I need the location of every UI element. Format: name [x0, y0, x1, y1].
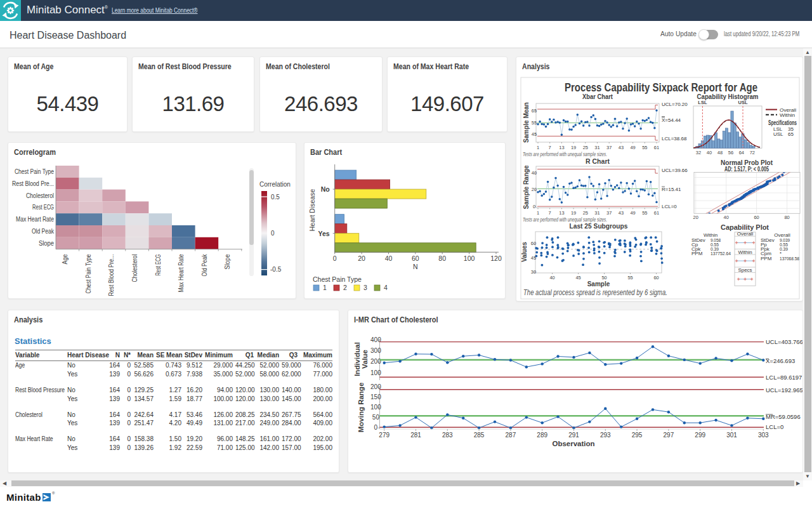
svg-text:0: 0 [374, 424, 378, 431]
svg-text:N: N [413, 263, 418, 270]
svg-text:Capability Plot: Capability Plot [721, 224, 769, 231]
svg-text:32: 32 [696, 150, 701, 155]
svg-text:7: 7 [549, 145, 551, 150]
svg-text:20: 20 [358, 255, 365, 262]
svg-text:Old Peak: Old Peak [32, 228, 55, 235]
svg-text:Values: Values [521, 242, 528, 262]
svg-text:Sample Range: Sample Range [523, 165, 530, 209]
svg-text:61: 61 [654, 210, 659, 216]
svg-text:Rest Blood Pre...: Rest Blood Pre... [108, 255, 115, 296]
svg-text:PPM: PPM [691, 251, 703, 256]
svg-text:40: 40 [549, 275, 554, 281]
svg-text:Value: Value [361, 350, 369, 369]
svg-text:40: 40 [724, 215, 729, 220]
svg-text:55: 55 [642, 210, 647, 216]
svg-text:R Chart: R Chart [586, 158, 610, 165]
svg-text:301: 301 [726, 432, 737, 439]
svg-text:50: 50 [372, 414, 380, 421]
svg-text:80: 80 [784, 215, 789, 220]
svg-text:Correlation: Correlation [259, 181, 291, 188]
svg-text:37: 37 [606, 145, 612, 150]
svg-text:LCL=38.68: LCL=38.68 [662, 136, 687, 142]
svg-text:3: 3 [363, 284, 367, 291]
svg-text:100: 100 [370, 404, 381, 411]
svg-text:0.5: 0.5 [271, 194, 280, 201]
svg-text:Xbar Chart: Xbar Chart [582, 93, 613, 100]
svg-text:285: 285 [474, 432, 485, 439]
svg-text:100: 100 [464, 255, 475, 262]
svg-text:UCL=70.20: UCL=70.20 [662, 102, 688, 107]
svg-text:X=54.44: X=54.44 [662, 117, 681, 123]
svg-text:2: 2 [343, 284, 347, 291]
svg-text:UCL=403.766: UCL=403.766 [766, 338, 802, 345]
svg-text:43: 43 [619, 210, 624, 216]
svg-text:Sample: Sample [587, 281, 610, 288]
svg-text:65: 65 [788, 131, 794, 137]
svg-text:Overall: Overall [737, 231, 754, 237]
svg-text:31: 31 [594, 145, 599, 150]
svg-text:USL: USL [738, 100, 748, 105]
svg-text:Chest Pain Type: Chest Pain Type [15, 168, 54, 175]
svg-text:LCL=0: LCL=0 [662, 204, 677, 209]
svg-text:Sample Mean: Sample Mean [523, 102, 530, 143]
svg-text:Moving Range: Moving Range [357, 383, 365, 433]
svg-text:Process Capability Sixpack Rep: Process Capability Sixpack Report for Ag… [565, 81, 757, 94]
svg-text:Yes: Yes [318, 230, 330, 237]
svg-text:100: 100 [370, 369, 381, 376]
svg-text:299: 299 [695, 432, 705, 439]
svg-text:-0.5: -0.5 [270, 266, 282, 273]
svg-text:USL: USL [773, 131, 783, 137]
svg-text:297: 297 [664, 432, 674, 439]
svg-text:Slope: Slope [225, 254, 232, 269]
svg-text:Heart Disease: Heart Disease [308, 189, 316, 232]
svg-text:49: 49 [630, 210, 635, 216]
svg-text:400: 400 [370, 336, 381, 343]
svg-text:0: 0 [271, 230, 275, 237]
svg-text:R=15.41: R=15.41 [662, 187, 681, 192]
svg-text:20: 20 [693, 215, 698, 220]
svg-text:Tests are performed with unequ: Tests are performed with unequal sample … [523, 216, 607, 223]
svg-text:Specs: Specs [738, 267, 752, 273]
svg-text:No: No [321, 185, 330, 193]
svg-text:120: 120 [490, 255, 502, 262]
svg-text:40: 40 [707, 150, 712, 155]
svg-text:295: 295 [632, 432, 643, 439]
svg-text:UCL=39.66: UCL=39.66 [662, 168, 688, 173]
svg-text:60: 60 [754, 215, 759, 220]
svg-text:X=246.693: X=246.693 [766, 357, 795, 364]
svg-text:Rest ECG: Rest ECG [155, 254, 162, 275]
svg-text:287: 287 [506, 432, 516, 439]
svg-text:Chest Pain Type: Chest Pain Type [313, 275, 362, 283]
svg-text:45: 45 [575, 275, 580, 281]
svg-text:55: 55 [627, 275, 632, 281]
svg-text:4: 4 [384, 284, 388, 291]
svg-text:Rest ECG: Rest ECG [32, 204, 54, 211]
svg-text:Tests are performed with unequ: Tests are performed with unequal sample … [523, 150, 607, 157]
svg-text:Individual: Individual [353, 342, 361, 376]
svg-text:279: 279 [379, 432, 390, 439]
svg-text:1: 1 [323, 284, 327, 291]
svg-text:LCL=89.6197: LCL=89.6197 [766, 374, 802, 381]
svg-text:Within: Within [780, 112, 795, 118]
svg-text:The actual process spread is r: The actual process spread is represented… [523, 288, 667, 297]
svg-text:281: 281 [410, 432, 421, 439]
svg-text:Cholesterol: Cholesterol [26, 192, 54, 199]
svg-text:37: 37 [606, 210, 612, 216]
svg-text:64: 64 [739, 150, 744, 155]
svg-text:289: 289 [537, 432, 547, 439]
svg-text:Chest Pain Type: Chest Pain Type [85, 254, 92, 293]
svg-text:80: 80 [438, 255, 446, 262]
svg-text:56: 56 [728, 150, 733, 155]
svg-text:Max Heart Rate: Max Heart Rate [178, 254, 185, 292]
svg-text:43: 43 [619, 145, 624, 150]
svg-text:283: 283 [442, 432, 453, 439]
svg-text:137752.64: 137752.64 [710, 251, 731, 256]
svg-text:19: 19 [571, 145, 576, 150]
svg-text:UCL=192.965: UCL=192.965 [766, 387, 802, 393]
svg-text:LSL: LSL [698, 100, 707, 105]
svg-text:Specifications: Specifications [768, 119, 797, 126]
svg-text:300: 300 [370, 347, 381, 354]
svg-text:Rest Blood Pre...: Rest Blood Pre... [12, 180, 54, 187]
svg-text:48: 48 [717, 150, 723, 155]
svg-text:291: 291 [568, 432, 579, 439]
